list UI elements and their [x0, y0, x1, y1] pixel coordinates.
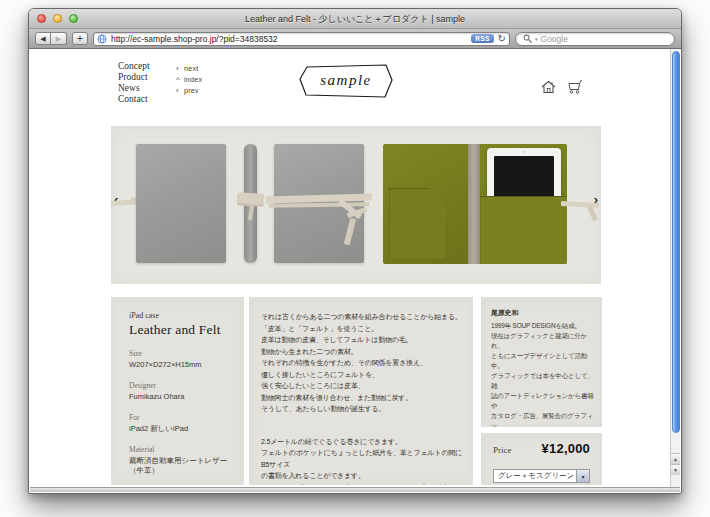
nav-item-news[interactable]: News	[118, 83, 150, 94]
address-bar[interactable]: http://ec-sample.shop-pro.jp/?pid=348385…	[93, 32, 510, 46]
title-bar[interactable]: Leather and Felt - 少しいいこと＋プロダクト | sample	[29, 9, 681, 29]
for-label: For	[129, 413, 236, 422]
price-label: Price	[493, 445, 512, 455]
shop-logo[interactable]: sample	[298, 63, 394, 101]
cart-icon	[566, 79, 585, 95]
color-select[interactable]: グレー＋モスグリーン ▾	[493, 469, 590, 483]
scrollbar-thumb[interactable]	[672, 51, 680, 433]
page-content: Concept Product News Contact ›next ^inde…	[30, 49, 680, 487]
product-description-panel: それは古くからある二つの素材を組み合わせることから始まる。 「皮革」と「フェルト…	[249, 297, 473, 485]
green-open-case-photo	[383, 144, 567, 264]
refresh-icon[interactable]: ↻	[498, 34, 506, 44]
search-options-caret-icon[interactable]: ▾	[535, 36, 538, 42]
window-bottom-frame	[30, 487, 680, 492]
product-pager: ›next ^index ‹prev	[176, 63, 202, 96]
search-icon	[523, 34, 532, 43]
felt-spine	[468, 144, 480, 264]
scroll-up-button[interactable]: ▲	[671, 453, 680, 464]
designer-label: Designer	[129, 381, 236, 390]
size-label: Size	[129, 349, 236, 358]
product-name: Leather and Felt	[129, 322, 236, 338]
gray-case-front-photo	[136, 144, 226, 263]
pager-next[interactable]: ›next	[176, 63, 202, 74]
designer-bio-panel: 尾原史和 1999年 SOUP DESIGNを結成。 現在はグラフィックと建築に…	[481, 297, 602, 427]
description-paragraph-2: 2.5メートルの紐でぐるぐる巻きにできます。 フェルトのポケットにちょっとした紙…	[261, 436, 463, 486]
forward-button[interactable]: ▶	[51, 32, 67, 45]
purchase-panel: Price ¥12,000 グレー＋モスグリーン ▾ 1 ▴ ▾	[481, 433, 602, 485]
designer-value: Fumikazu Ohara	[129, 392, 236, 402]
left-pocket	[389, 188, 445, 258]
index-arrow-icon: ^	[176, 74, 184, 85]
material-value: 裁断済自動車用シートレザー （牛革）	[129, 456, 236, 476]
pager-prev-label: prev	[184, 87, 199, 94]
description-paragraph-1: それは古くからある二つの素材を組み合わせることから始まる。 「皮革」と「フェルト…	[261, 311, 463, 415]
new-tab-button[interactable]: +	[72, 32, 88, 45]
nav-item-product[interactable]: Product	[118, 72, 150, 83]
logo-text: sample	[298, 72, 394, 89]
window-title: Leather and Felt - 少しいいこと＋プロダクト | sample	[29, 13, 681, 26]
price-value: ¥12,000	[542, 441, 590, 456]
cord-tail-flick	[587, 206, 598, 222]
browser-window: Leather and Felt - 少しいいこと＋プロダクト | sample…	[28, 8, 682, 494]
for-value: iPad2 新しいiPad	[129, 424, 236, 434]
browser-toolbar: ◀ ▶ + http://ec-sample.shop-pro.jp/?pid=…	[29, 29, 681, 49]
back-button[interactable]: ◀	[35, 32, 51, 45]
designer-bio-name: 尾原史和	[491, 308, 595, 318]
designer-bio-text: 1999年 SOUP DESIGNを結成。 現在はグラフィックと建築に分かれ、 …	[491, 321, 595, 427]
nav-item-concept[interactable]: Concept	[118, 61, 150, 72]
ipad-camera-dot	[523, 151, 525, 153]
home-icon	[540, 79, 557, 95]
cart-button[interactable]	[566, 79, 585, 95]
right-pocket	[480, 196, 567, 264]
next-arrow-icon: ›	[176, 63, 184, 74]
globe-favicon	[97, 34, 107, 44]
search-input[interactable]: ▾ Google	[515, 32, 675, 46]
color-select-arrow-icon[interactable]: ▾	[576, 470, 589, 482]
site-nav: Concept Product News Contact	[118, 61, 150, 105]
pager-prev[interactable]: ‹prev	[176, 85, 202, 96]
material-label: Material	[129, 445, 236, 454]
home-button[interactable]	[540, 79, 557, 95]
product-image-carousel[interactable]: ‹ ›	[111, 126, 601, 284]
color-select-value: グレー＋モスグリーン	[494, 471, 576, 481]
size-value: W207×D272×H15mm	[129, 360, 236, 370]
vertical-scrollbar[interactable]: ▲ ▼	[670, 49, 680, 487]
url-text: http://ec-sample.shop-pro.jp/?pid=348385…	[111, 34, 278, 44]
pager-index-label: index	[184, 76, 202, 83]
pager-next-label: next	[184, 65, 198, 72]
product-spec-panel: iPad case Leather and Felt Size W207×D27…	[111, 297, 244, 485]
product-category: iPad case	[129, 311, 236, 320]
nav-item-contact[interactable]: Contact	[118, 94, 150, 105]
scroll-down-button[interactable]: ▼	[671, 464, 680, 475]
rss-badge[interactable]: RSS	[471, 34, 493, 43]
pager-index[interactable]: ^index	[176, 74, 202, 85]
prev-arrow-icon: ‹	[176, 85, 184, 96]
search-placeholder: Google	[541, 34, 568, 44]
